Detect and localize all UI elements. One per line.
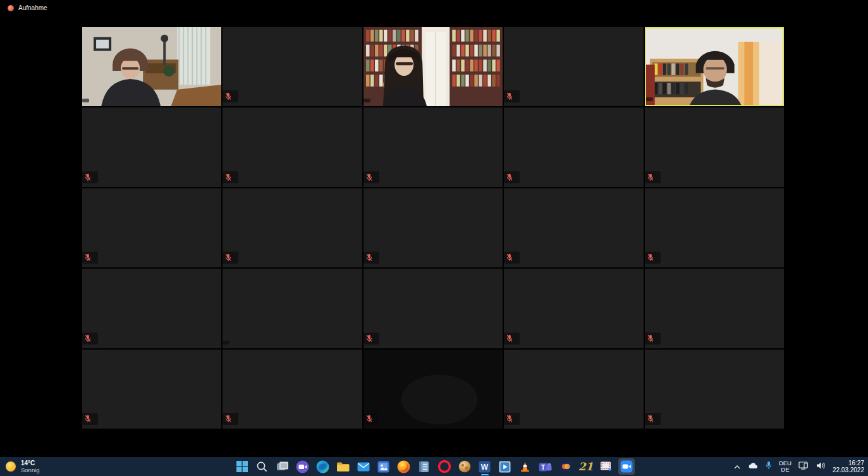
photos-icon[interactable]: [376, 458, 392, 475]
svg-text:W: W: [481, 462, 489, 471]
muted-mic-icon: [225, 173, 231, 181]
participant-tile[interactable]: [82, 188, 221, 267]
participant-tile[interactable]: [223, 188, 362, 267]
muted-mic-icon: [366, 173, 372, 181]
file-explorer-icon[interactable]: [335, 458, 351, 475]
muted-mic-icon: [506, 334, 513, 343]
word-icon[interactable]: W: [477, 458, 493, 475]
start-icon[interactable]: [234, 458, 250, 475]
muted-mic-icon: [366, 253, 372, 262]
clock-date: 22.03.2022: [833, 467, 864, 473]
task-view-icon[interactable]: [274, 458, 291, 475]
participant-tile[interactable]: [645, 107, 784, 186]
muted-mic-icon: [647, 415, 654, 423]
muted-mic-icon: [225, 415, 231, 423]
zoom-icon[interactable]: [618, 458, 635, 475]
weather-widget[interactable]: 14°C Sonnig: [6, 457, 40, 476]
participant-grid: [82, 27, 784, 429]
participant-name-label: [645, 171, 661, 183]
cast-display-icon[interactable]: [798, 461, 809, 472]
clock[interactable]: 16:27 22.03.2022: [833, 460, 864, 473]
participant-tile[interactable]: [504, 107, 643, 186]
taskbar: 14°C Sonnig WT21 DEU DE 16:27 22.03.2022: [0, 457, 868, 476]
participant-name-label: [504, 413, 520, 425]
muted-mic-icon: [506, 253, 513, 262]
firefox-icon[interactable]: [396, 458, 412, 475]
newspaper-icon[interactable]: 21: [578, 458, 594, 475]
participant-tile[interactable]: [364, 188, 503, 267]
participant-name-label: [82, 171, 98, 183]
opera-icon[interactable]: [436, 458, 453, 475]
participant-tile[interactable]: [364, 350, 503, 429]
participant-tile[interactable]: [82, 27, 221, 106]
onedrive-cloud-icon[interactable]: [748, 461, 759, 472]
participant-name-label: [82, 333, 98, 345]
participant-name-label: [646, 97, 653, 101]
muted-mic-icon: [506, 415, 513, 423]
participant-name-label: [364, 99, 370, 102]
globe-app-icon[interactable]: [456, 458, 473, 475]
participant-tile[interactable]: [504, 27, 643, 106]
notebook-icon[interactable]: [416, 458, 432, 475]
participant-name-label: [364, 333, 379, 345]
participant-tile[interactable]: [504, 350, 643, 429]
muted-mic-icon: [647, 173, 654, 181]
participant-name-label: [645, 333, 661, 345]
finance-app-icon[interactable]: [558, 458, 574, 475]
participant-tile[interactable]: [364, 269, 503, 348]
participant-tile[interactable]: [364, 27, 503, 106]
participant-name-label: [223, 413, 238, 425]
participant-name-label: [82, 99, 89, 102]
participant-tile[interactable]: [645, 350, 784, 429]
media-player-icon[interactable]: [497, 458, 513, 475]
muted-mic-icon: [366, 415, 372, 423]
participant-name-label: [504, 90, 520, 102]
speaker-icon[interactable]: [816, 461, 826, 472]
participant-tile[interactable]: [504, 188, 643, 267]
mail-icon[interactable]: [355, 458, 372, 475]
participant-name-label: [504, 171, 520, 183]
teams-icon[interactable]: T: [537, 458, 554, 475]
participant-tile[interactable]: [223, 350, 362, 429]
muted-mic-icon: [506, 173, 513, 181]
participant-name-label: [645, 413, 661, 425]
participant-tile[interactable]: [223, 27, 362, 106]
muted-mic-icon: [506, 92, 513, 101]
participant-tile[interactable]: [82, 107, 221, 186]
participant-tile[interactable]: [223, 107, 362, 186]
participant-tile[interactable]: [82, 269, 221, 348]
participant-name-label: [223, 341, 229, 345]
clock-time: 16:27: [848, 460, 864, 467]
participant-tile[interactable]: [82, 350, 221, 429]
camera-app-icon[interactable]: [295, 458, 311, 475]
weather-temp: 14°C: [21, 460, 40, 467]
video-feed: [364, 350, 503, 429]
participant-tile[interactable]: [645, 188, 784, 267]
participant-tile[interactable]: [645, 269, 784, 348]
sun-icon: [6, 461, 16, 472]
tray-chevron-up-icon[interactable]: [733, 461, 741, 472]
newspaper-glyph: 21: [578, 460, 594, 473]
language-line2: DE: [781, 467, 789, 473]
participant-tile[interactable]: [645, 27, 784, 106]
muted-mic-icon: [85, 253, 91, 262]
muted-mic-icon: [225, 253, 231, 262]
participant-name-label: [504, 252, 520, 264]
participant-tile[interactable]: [364, 107, 503, 186]
recording-label: Aufnahme: [18, 4, 47, 11]
vlc-icon[interactable]: [517, 458, 534, 475]
language-indicator[interactable]: DEU DE: [779, 460, 792, 473]
participant-name-label: [364, 171, 379, 183]
participant-name-label: [364, 413, 379, 425]
participant-tile[interactable]: [223, 269, 362, 348]
edge-icon[interactable]: [315, 458, 331, 475]
snipping-tool-icon[interactable]: [598, 458, 614, 475]
video-feed: [646, 28, 783, 105]
participant-name-label: [364, 252, 379, 264]
recording-dot-icon: [8, 5, 14, 11]
muted-mic-icon: [647, 253, 654, 262]
microphone-tray-icon[interactable]: [766, 461, 772, 472]
muted-mic-icon: [225, 92, 231, 101]
search-icon[interactable]: [254, 458, 271, 475]
participant-tile[interactable]: [504, 269, 643, 348]
